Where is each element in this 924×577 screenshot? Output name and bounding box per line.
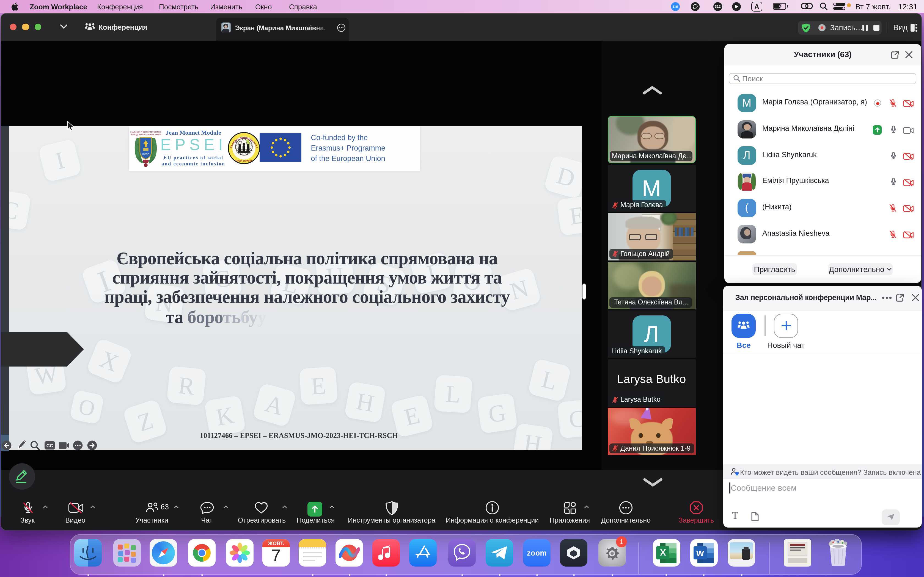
- svg-text:НУБіП УКРАЇНИ: НУБіП УКРАЇНИ: [236, 160, 252, 162]
- svg-text:CC: CC: [47, 443, 53, 448]
- svg-text:НУБіП: НУБіП: [142, 153, 149, 155]
